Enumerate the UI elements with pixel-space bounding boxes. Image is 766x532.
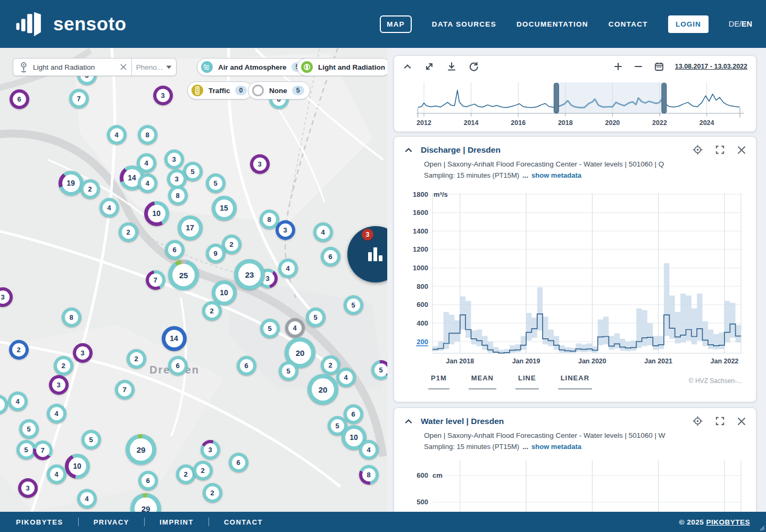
map-cluster-marker[interactable]: 3 xyxy=(73,343,93,363)
map-cluster-marker[interactable]: 5 xyxy=(344,295,363,315)
expand-range-icon[interactable] xyxy=(424,61,435,72)
chart-tab-linear[interactable]: LINEAR xyxy=(558,374,592,389)
map-cluster-marker[interactable]: 9 xyxy=(206,244,226,263)
map-cluster-marker[interactable]: 17 xyxy=(178,215,203,240)
map-cluster-marker[interactable]: 7 xyxy=(33,440,53,460)
brush-handle[interactable] xyxy=(662,83,667,113)
download-icon[interactable] xyxy=(446,61,457,72)
map-cluster-marker[interactable]: 4 xyxy=(138,173,157,193)
map-cluster-marker[interactable]: 7 xyxy=(69,89,89,109)
collapse-icon[interactable] xyxy=(403,62,412,71)
map-cluster-marker[interactable]: 8 xyxy=(62,307,81,327)
map-cluster-marker[interactable]: 6 xyxy=(229,453,248,472)
calendar-icon[interactable] xyxy=(654,61,664,72)
map-cluster-marker[interactable]: 2 xyxy=(202,301,222,321)
footer-link-privacy[interactable]: PRIVACY xyxy=(94,518,129,526)
map-cluster-marker[interactable]: 4 xyxy=(285,318,305,338)
brand-logo[interactable]: sensoto xyxy=(16,11,127,37)
map-cluster-marker[interactable]: 6 xyxy=(237,356,256,376)
nav-item-data-sources[interactable]: DATA SOURCES xyxy=(432,20,496,28)
map-cluster-marker[interactable]: 3 xyxy=(49,375,69,395)
chevron-down-icon[interactable] xyxy=(166,65,172,69)
map-cluster-marker[interactable]: 2 xyxy=(9,340,29,360)
map-cluster-marker[interactable]: 10 xyxy=(144,201,169,226)
map-cluster-marker[interactable]: 2 xyxy=(193,461,213,480)
map-cluster-marker[interactable]: 6 xyxy=(138,471,158,491)
map-cluster-marker[interactable]: 4 xyxy=(8,392,28,411)
map-cluster-marker[interactable]: 3 xyxy=(18,478,38,498)
collapse-icon[interactable] xyxy=(404,145,413,155)
refresh-icon[interactable] xyxy=(469,61,479,72)
brush-handle[interactable] xyxy=(554,83,559,113)
timeline-brush-chart[interactable]: 2012201420162018202020222024 xyxy=(398,78,753,131)
map-cluster-marker[interactable]: 25 xyxy=(168,260,199,290)
map-cluster-marker[interactable]: 5 xyxy=(81,430,101,450)
phenomenon-dropdown[interactable]: Pheno... xyxy=(136,63,163,71)
footer-link-imprint[interactable]: IMPRINT xyxy=(160,518,194,526)
map-cluster-marker[interactable]: 4 xyxy=(99,198,119,218)
fullscreen-icon[interactable] xyxy=(715,145,725,155)
footer-link-contact[interactable]: CONTACT xyxy=(224,518,263,526)
map-cluster-marker[interactable]: 6 xyxy=(344,404,363,424)
map-cluster-marker[interactable]: 14 xyxy=(162,326,187,351)
map-cluster-marker[interactable]: 2 xyxy=(203,483,222,503)
map-cluster-marker[interactable]: 8 xyxy=(168,186,188,205)
locate-icon[interactable] xyxy=(692,144,703,155)
login-button[interactable]: LOGIN xyxy=(668,15,709,33)
map-cluster-marker[interactable]: 15 xyxy=(212,196,237,221)
collapse-icon[interactable] xyxy=(404,417,413,426)
map-cluster-marker[interactable]: 4 xyxy=(47,404,66,423)
map-cluster-marker[interactable]: 5 xyxy=(19,419,39,439)
phenomenon-search[interactable]: Pheno... xyxy=(13,58,177,76)
show-metadata-link[interactable]: show metadata xyxy=(531,171,581,179)
map-cluster-marker[interactable]: 2 xyxy=(54,356,73,376)
close-icon[interactable] xyxy=(737,145,746,155)
nav-item-contact[interactable]: CONTACT xyxy=(609,20,648,28)
map-cluster-marker[interactable]: 7 xyxy=(115,380,135,400)
discharge-chart[interactable]: 20040060080010001200140016001800m³/sJan … xyxy=(398,188,753,368)
map-cluster-marker[interactable]: 4 xyxy=(313,222,333,242)
map-cluster-marker[interactable]: 6 xyxy=(165,240,185,260)
map-cluster-marker[interactable]: 23 xyxy=(234,259,265,290)
map-cluster-marker[interactable]: 3 xyxy=(153,86,173,105)
map-cluster-marker[interactable]: 3 xyxy=(250,154,270,174)
fullscreen-icon[interactable] xyxy=(715,416,725,426)
nav-item-map[interactable]: MAP xyxy=(380,15,412,33)
chart-tab-p1m[interactable]: P1M xyxy=(428,374,449,389)
locate-icon[interactable] xyxy=(692,415,703,427)
map-cluster-marker[interactable]: 3 xyxy=(164,149,184,169)
close-icon[interactable] xyxy=(737,417,746,426)
map-cluster-marker[interactable]: 4 xyxy=(359,440,379,460)
pikobytes-link[interactable]: PIKOBYTES xyxy=(706,518,750,526)
map-cluster-marker[interactable]: 4 xyxy=(77,489,97,509)
map-cluster-marker[interactable]: 4 xyxy=(107,125,127,145)
map-cluster-marker[interactable]: 3 xyxy=(276,220,295,240)
clear-search-icon[interactable] xyxy=(120,63,127,71)
map-cluster-marker[interactable]: 20 xyxy=(307,374,338,405)
map-cluster-marker[interactable]: 2 xyxy=(80,179,100,199)
show-metadata-link[interactable]: show metadata xyxy=(531,443,581,451)
map-cluster-marker[interactable]: 29 xyxy=(126,434,156,465)
zoom-out-icon[interactable] xyxy=(634,62,643,71)
y-axis-min-link[interactable]: 200 xyxy=(417,338,428,346)
map-cluster-marker[interactable]: 10 xyxy=(65,454,90,479)
zoom-in-icon[interactable] xyxy=(613,62,623,71)
filter-chip-light-and-radiation[interactable]: Light and Radiation xyxy=(297,58,391,76)
resize-handle-icon[interactable] xyxy=(757,523,765,531)
language-toggle[interactable]: DE/EN xyxy=(729,20,752,28)
map-cluster-marker[interactable]: 3 xyxy=(201,440,220,460)
map-cluster-marker[interactable]: 6 xyxy=(10,89,29,109)
map-cluster-marker[interactable]: 4 xyxy=(278,259,298,278)
map-cluster-marker[interactable]: 5 xyxy=(260,319,280,338)
filter-chip-traffic[interactable]: Traffic0 xyxy=(187,81,253,99)
map-cluster-marker[interactable]: 2 xyxy=(176,464,196,484)
map-cluster-marker[interactable]: 5 xyxy=(206,173,226,193)
map-cluster-marker[interactable]: 6 xyxy=(321,247,340,267)
footer-link-pikobytes[interactable]: PIKOBYTES xyxy=(16,518,63,526)
map-cluster-marker[interactable]: 7 xyxy=(146,270,165,290)
chart-tab-line[interactable]: LINE xyxy=(515,374,539,389)
nav-item-documentation[interactable]: DOCUMENTATION xyxy=(517,20,588,28)
map-cluster-marker[interactable]: 4 xyxy=(336,368,356,387)
map-cluster-marker[interactable]: 2 xyxy=(127,349,146,369)
water-level-chart[interactable]: 600cm500 xyxy=(398,459,753,512)
